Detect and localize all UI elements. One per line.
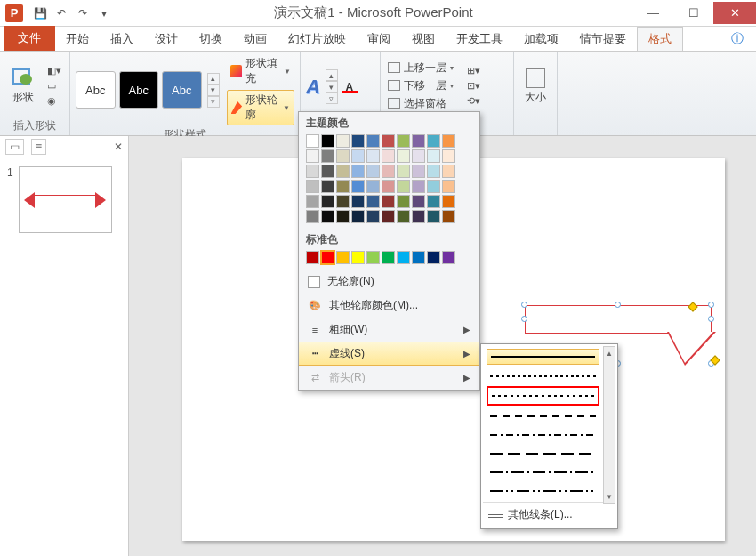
panel-close-button[interactable]: ✕: [114, 141, 123, 153]
color-swatch[interactable]: [442, 195, 455, 208]
color-swatch[interactable]: [366, 251, 380, 264]
color-swatch[interactable]: [427, 134, 440, 148]
color-swatch[interactable]: [306, 251, 319, 264]
wa-up[interactable]: ▴: [326, 69, 338, 81]
color-swatch[interactable]: [351, 195, 365, 208]
color-swatch[interactable]: [306, 149, 319, 163]
color-swatch[interactable]: [336, 195, 350, 208]
color-swatch[interactable]: [306, 165, 319, 178]
tab-transitions[interactable]: 切换: [189, 28, 233, 51]
color-swatch[interactable]: [442, 134, 455, 148]
color-swatch[interactable]: [351, 165, 365, 178]
dashes-item[interactable]: ┅ 虚线(S) ▶: [299, 342, 479, 366]
resize-handle[interactable]: [521, 316, 527, 322]
scrollbar[interactable]: ▲ ▼: [603, 346, 615, 504]
merge-shapes-button[interactable]: ◉: [44, 94, 64, 108]
wordart-icon[interactable]: A: [306, 76, 320, 99]
text-fill-button[interactable]: A: [342, 81, 358, 93]
color-swatch[interactable]: [366, 165, 380, 178]
help-icon[interactable]: ⓘ: [728, 28, 747, 51]
color-swatch[interactable]: [397, 210, 410, 223]
tab-format[interactable]: 格式: [637, 27, 683, 51]
color-swatch[interactable]: [397, 180, 410, 193]
weight-item[interactable]: ≡ 粗细(W) ▶: [299, 318, 479, 342]
style-preset-3[interactable]: Abc: [162, 71, 202, 109]
scroll-up-button[interactable]: ▲: [604, 347, 615, 359]
outline-tab[interactable]: ≡: [31, 139, 46, 155]
color-swatch[interactable]: [321, 195, 334, 208]
resize-handle[interactable]: [521, 302, 527, 308]
color-swatch[interactable]: [306, 134, 319, 148]
send-backward-button[interactable]: 下移一层▾: [386, 77, 455, 94]
redo-button[interactable]: ↷: [73, 4, 92, 23]
save-button[interactable]: 💾: [30, 4, 50, 23]
wa-more[interactable]: ▿: [326, 93, 338, 104]
slide-thumbnail[interactable]: [19, 166, 112, 233]
dash-round-dot[interactable]: [487, 367, 599, 383]
group-button[interactable]: ⊡▾: [464, 79, 483, 93]
color-swatch[interactable]: [397, 195, 410, 208]
resize-handle[interactable]: [708, 316, 714, 322]
size-button[interactable]: 大小: [519, 67, 551, 107]
color-swatch[interactable]: [382, 251, 395, 264]
color-swatch[interactable]: [382, 210, 395, 223]
dash-long-dash-dot[interactable]: [487, 464, 599, 480]
bring-forward-button[interactable]: 上移一层▾: [386, 60, 455, 77]
color-swatch[interactable]: [427, 180, 440, 193]
tab-addins[interactable]: 加载项: [513, 28, 569, 51]
color-swatch[interactable]: [412, 210, 425, 223]
tab-view[interactable]: 视图: [401, 28, 446, 51]
color-swatch[interactable]: [351, 134, 365, 148]
color-swatch[interactable]: [366, 210, 380, 223]
color-swatch[interactable]: [412, 134, 425, 148]
color-swatch[interactable]: [366, 195, 380, 208]
rotate-button[interactable]: ⟲▾: [464, 94, 483, 108]
style-preset-2[interactable]: Abc: [119, 71, 159, 109]
close-button[interactable]: ✕: [713, 2, 756, 24]
color-swatch[interactable]: [412, 149, 425, 163]
color-swatch[interactable]: [397, 165, 410, 178]
thumbnail-item[interactable]: 1: [0, 157, 128, 242]
resize-handle[interactable]: [708, 302, 714, 308]
color-swatch[interactable]: [442, 149, 455, 163]
color-swatch[interactable]: [442, 165, 455, 178]
tab-review[interactable]: 审阅: [357, 28, 401, 51]
dash-long-dash[interactable]: [487, 446, 599, 462]
color-swatch[interactable]: [412, 165, 425, 178]
color-swatch[interactable]: [397, 251, 410, 264]
resize-handle[interactable]: [615, 302, 621, 308]
tab-storyboard[interactable]: 情节提要: [569, 28, 637, 51]
color-swatch[interactable]: [442, 210, 455, 223]
tab-file[interactable]: 文件: [4, 26, 55, 51]
color-swatch[interactable]: [412, 195, 425, 208]
tab-insert[interactable]: 插入: [100, 28, 144, 51]
color-swatch[interactable]: [382, 134, 395, 148]
color-swatch[interactable]: [442, 180, 455, 193]
color-swatch[interactable]: [351, 180, 365, 193]
tab-animations[interactable]: 动画: [233, 28, 277, 51]
tab-home[interactable]: 开始: [55, 28, 100, 51]
color-swatch[interactable]: [427, 149, 440, 163]
color-swatch[interactable]: [351, 149, 365, 163]
wa-down[interactable]: ▾: [326, 81, 338, 93]
shape-outline-button[interactable]: 形状轮廓 ▼: [227, 90, 294, 125]
color-swatch[interactable]: [366, 134, 380, 148]
dash-solid[interactable]: [487, 349, 599, 365]
color-swatch[interactable]: [412, 180, 425, 193]
color-swatch[interactable]: [366, 180, 380, 193]
color-swatch[interactable]: [336, 180, 350, 193]
color-swatch[interactable]: [397, 134, 410, 148]
more-lines-item[interactable]: 其他线条(L)...: [483, 502, 615, 527]
shapes-button[interactable]: 形状: [5, 65, 41, 107]
color-swatch[interactable]: [321, 149, 334, 163]
color-swatch[interactable]: [321, 251, 334, 264]
align-button[interactable]: ⊞▾: [464, 64, 483, 77]
color-swatch[interactable]: [321, 165, 334, 178]
text-box-button[interactable]: ▭: [44, 79, 64, 93]
more-colors-item[interactable]: 🎨 其他轮廓颜色(M)...: [299, 294, 479, 318]
tab-design[interactable]: 设计: [144, 28, 189, 51]
style-more-button[interactable]: ▿: [207, 96, 220, 108]
no-outline-item[interactable]: 无轮廓(N): [299, 270, 479, 294]
style-up-button[interactable]: ▴: [207, 73, 220, 85]
dash-dash-dot[interactable]: [487, 427, 599, 443]
